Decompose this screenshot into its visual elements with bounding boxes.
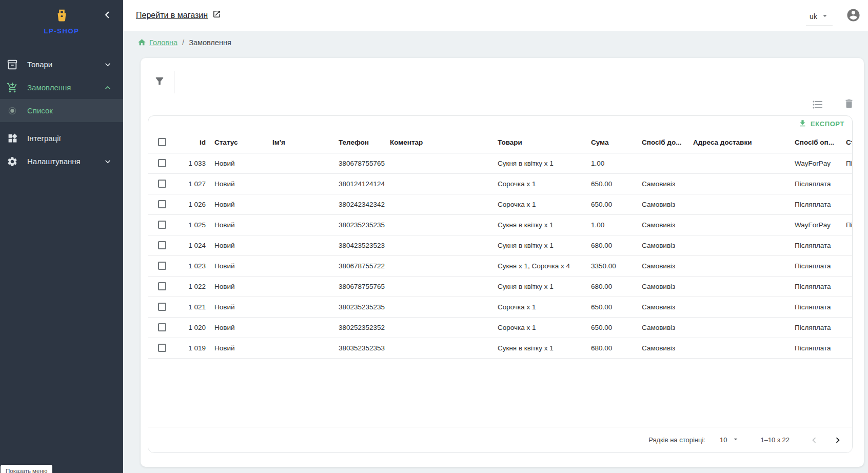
cell-value: Самовивіз: [642, 303, 675, 311]
column-header-payment[interactable]: Спосіб оп...: [790, 132, 841, 153]
cell-status: Новий: [210, 317, 268, 338]
language-select[interactable]: uk: [806, 7, 833, 26]
cell-delivery: Самовивіз: [637, 297, 688, 317]
table-row[interactable]: 1 022Новий380678755765Сукня в квітку x 1…: [148, 276, 853, 297]
cell-delivery: Самовивіз: [637, 338, 688, 358]
column-header-address[interactable]: Адреса доставки: [688, 132, 790, 153]
table-row[interactable]: 1 026Новий380242342342Сорочка x 1650.00С…: [148, 194, 853, 214]
cell-delivery: Самовивіз: [637, 173, 688, 194]
cell-name: [268, 194, 334, 214]
inventory-icon: [5, 59, 19, 70]
rows-per-page-select[interactable]: 10: [720, 435, 740, 445]
table-row[interactable]: 1 020Новий380252352352Сорочка x 1650.00С…: [148, 317, 853, 338]
sidebar-item-label: Список: [27, 106, 53, 115]
row-checkbox[interactable]: [158, 262, 166, 270]
sidebar-item-cart-plus[interactable]: Замовлення: [0, 76, 123, 99]
breadcrumb-home-link[interactable]: Головна: [149, 38, 177, 47]
sidebar-item-gear[interactable]: Налаштування: [0, 150, 123, 173]
cell-pay_status: [841, 173, 853, 194]
row-checkbox[interactable]: [158, 241, 166, 249]
table-row[interactable]: 1 025Новий380235235235Сукня в квітку x 1…: [148, 214, 853, 235]
cell-phone: 380423523523: [334, 235, 385, 255]
row-checkbox[interactable]: [158, 159, 166, 167]
cell-comment: [385, 214, 493, 235]
cell-value: Новий: [214, 344, 235, 352]
table-row[interactable]: 1 023Новий380678755722Сукня x 1, Сорочка…: [148, 255, 853, 276]
column-header-status[interactable]: Статус: [210, 132, 268, 153]
row-checkbox[interactable]: [158, 282, 166, 290]
cell-status: Новий: [210, 276, 268, 297]
column-header-name[interactable]: Ім'я: [268, 132, 334, 153]
table-row[interactable]: 1 033Новий380678755765Сукня в квітку x 1…: [148, 153, 853, 173]
cell-select: [148, 276, 173, 297]
cell-value: 650.00: [591, 303, 612, 311]
row-checkbox[interactable]: [158, 200, 166, 208]
cell-address: [688, 297, 790, 317]
sidebar-item-inventory[interactable]: Товари: [0, 53, 123, 76]
cell-value: Новий: [214, 201, 235, 208]
cell-products: Сукня x 1, Сорочка x 4: [493, 255, 586, 276]
cell-id: 1 021: [173, 297, 210, 317]
row-checkbox[interactable]: [158, 323, 166, 331]
table-row[interactable]: 1 024Новий380423523523Сукня в квітку x 1…: [148, 235, 853, 255]
cell-value: 380678755765: [339, 160, 385, 167]
select-all-checkbox[interactable]: [158, 138, 166, 146]
column-header-label: Телефон: [339, 139, 369, 146]
table-row[interactable]: 1 021Новий380235235235Сорочка x 1650.00С…: [148, 297, 853, 317]
column-header-sum[interactable]: Сума: [586, 132, 637, 153]
column-header-delivery[interactable]: Спосіб до...: [637, 132, 688, 153]
cell-delivery: Самовивіз: [637, 194, 688, 214]
show-menu-tooltip: Показать меню: [1, 465, 52, 473]
cell-status: Новий: [210, 297, 268, 317]
download-icon: [798, 119, 807, 129]
filter-icon[interactable]: [154, 75, 166, 88]
cell-select: [148, 194, 173, 214]
cell-name: [268, 338, 334, 358]
row-checkbox[interactable]: [158, 180, 166, 188]
column-header-products[interactable]: Товари: [493, 132, 586, 153]
sidebar: LP-SHOP ТовариЗамовленняСписокІнтеграції…: [0, 0, 123, 473]
cell-name: [268, 173, 334, 194]
user-avatar[interactable]: [846, 8, 861, 23]
column-header-id[interactable]: id: [173, 132, 210, 153]
column-header-phone[interactable]: Телефон: [334, 132, 385, 153]
chevron-up-icon: [103, 83, 113, 93]
cell-delivery: Самовивіз: [637, 255, 688, 276]
cell-name: [268, 255, 334, 276]
cell-value: 380678755765: [339, 283, 385, 290]
cell-select: [148, 317, 173, 338]
cell-sum: 650.00: [586, 297, 637, 317]
sidebar-item-widgets[interactable]: Інтеграції: [0, 127, 123, 150]
column-header-pay_status[interactable]: Ст: [841, 132, 853, 153]
cell-pay_status: [841, 317, 853, 338]
cell-name: [268, 317, 334, 338]
go-to-store-link[interactable]: Перейти в магазин: [136, 10, 221, 21]
cell-id: 1 019: [173, 338, 210, 358]
cell-phone: 380242342342: [334, 194, 385, 214]
row-checkbox[interactable]: [158, 303, 166, 311]
orders-table-panel: ЕКСПОРТ idСтатусІм'яТелефонКоментарТовар…: [148, 115, 853, 453]
cell-value: Самовивіз: [642, 242, 675, 249]
cell-value: Післяплата: [795, 242, 831, 249]
sidebar-item-label: Налаштування: [27, 157, 81, 166]
trash-icon[interactable]: [843, 98, 856, 110]
column-header-comment[interactable]: Коментар: [385, 132, 493, 153]
sidebar-item-dot[interactable]: Список: [0, 99, 123, 122]
cell-id: 1 033: [173, 153, 210, 173]
row-checkbox[interactable]: [158, 344, 166, 352]
cell-products: Сукня в квітку x 1: [493, 214, 586, 235]
cell-value: 380235235235: [339, 303, 385, 311]
row-checkbox[interactable]: [158, 221, 166, 229]
next-page-icon[interactable]: [832, 434, 844, 446]
cell-value: 380235235235: [339, 221, 385, 229]
cell-value: 1 022: [188, 283, 206, 290]
table-row[interactable]: 1 019Новий380352352353Сукня в квітку x 1…: [148, 338, 853, 358]
table-row[interactable]: 1 027Новий380124124124Сорочка x 1650.00С…: [148, 173, 853, 194]
export-button[interactable]: ЕКСПОРТ: [798, 119, 844, 129]
cell-sum: 650.00: [586, 194, 637, 214]
orders-table: idСтатусІм'яТелефонКоментарТовариСумаСпо…: [148, 132, 853, 359]
home-icon[interactable]: [137, 38, 146, 47]
view-list-icon[interactable]: [812, 98, 824, 111]
cell-name: [268, 153, 334, 173]
cell-comment: [385, 235, 493, 255]
